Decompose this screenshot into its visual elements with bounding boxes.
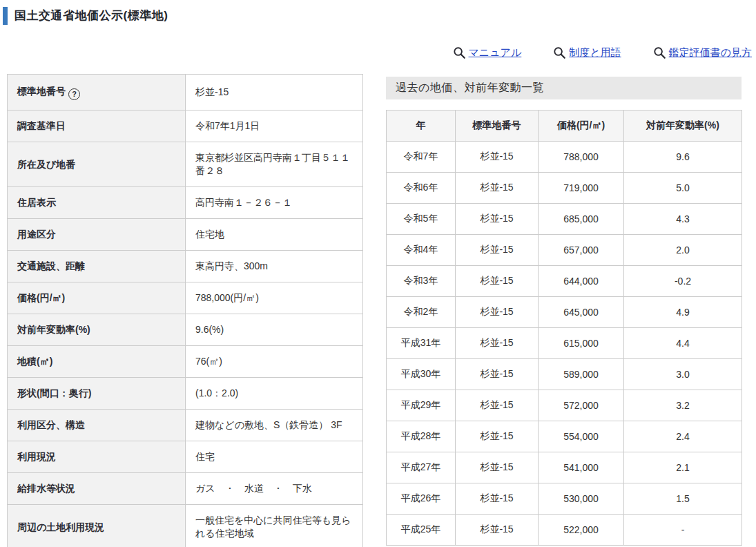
history-cell: 平成31年 [387, 328, 456, 359]
detail-value-cell: ガス ・ 水道 ・ 下水 [186, 473, 363, 505]
detail-row: 住居表示 高円寺南１－２６－１ [8, 187, 363, 219]
history-cell: 杉並-15 [456, 515, 539, 546]
history-cell: 522,000 [539, 515, 624, 546]
detail-label: 地積(㎡) [17, 356, 52, 367]
detail-value-cell: (1.0：2.0) [186, 378, 363, 410]
history-cell: 2.1 [624, 452, 742, 483]
detail-row: 交通施設、距離 東高円寺、300m [8, 251, 363, 282]
history-cell: 平成26年 [387, 483, 456, 515]
detail-value-cell: 東京都杉並区高円寺南１丁目５１１番２８ [186, 142, 363, 187]
detail-value-cell: 76(㎡) [186, 346, 363, 378]
history-cell: -0.2 [624, 266, 742, 297]
history-cell: 5.0 [624, 173, 742, 204]
detail-label: 利用現況 [17, 451, 56, 462]
history-cell: 杉並-15 [456, 297, 539, 328]
detail-label: 住居表示 [17, 197, 56, 208]
history-row: 令和6年杉並-15719,0005.0 [387, 173, 742, 204]
history-header-cell: 年 [387, 111, 456, 142]
history-cell: 杉並-15 [456, 328, 539, 359]
detail-value-cell: 住宅 [186, 441, 363, 473]
magnifier-icon [453, 46, 466, 59]
history-cell: 530,000 [539, 483, 624, 515]
magnifier-icon [653, 46, 666, 59]
land-price-page: 国土交通省地価公示(標準地) マニュアル 制度と用語 鑑定評価書の見方 標準地番… [0, 0, 756, 547]
history-cell: 788,000 [539, 142, 624, 173]
detail-value-cell: 杉並-15 [186, 75, 363, 111]
history-cell: 杉並-15 [456, 483, 539, 515]
history-cell: 4.9 [624, 297, 742, 328]
detail-value-cell: 一般住宅を中心に共同住宅等も見られる住宅地域 [186, 505, 363, 547]
history-row: 平成31年杉並-15615,0004.4 [387, 328, 742, 359]
history-cell: 平成25年 [387, 515, 456, 546]
detail-label-cell: 所在及び地番 [8, 142, 186, 187]
detail-value-cell: 令和7年1月1日 [186, 111, 363, 142]
history-row: 平成26年杉並-15530,0001.5 [387, 483, 742, 515]
history-cell: 3.0 [624, 359, 742, 390]
detail-row: 所在及び地番 東京都杉並区高円寺南１丁目５１１番２８ [8, 142, 363, 187]
history-cell: 平成27年 [387, 452, 456, 483]
history-title-bar: 過去の地価、対前年変動一覧 [386, 77, 742, 99]
history-header-row: 年標準地番号価格(円/㎡)対前年変動率(%) [387, 111, 742, 142]
history-cell: 554,000 [539, 421, 624, 452]
detail-label-cell: 利用区分、構造 [8, 410, 186, 441]
detail-label-cell: 対前年変動率(%) [8, 314, 186, 346]
history-cell: 令和5年 [387, 204, 456, 235]
page-header: 国土交通省地価公示(標準地) [0, 0, 756, 25]
detail-value-cell: 788,000(円/㎡) [186, 282, 363, 314]
history-header-cell: 対前年変動率(%) [624, 111, 742, 142]
detail-value-cell: 高円寺南１－２６－１ [186, 187, 363, 219]
nav-link[interactable]: 鑑定評価書の見方 [653, 46, 752, 59]
history-section: 過去の地価、対前年変動一覧 年標準地番号価格(円/㎡)対前年変動率(%) 令和7… [386, 77, 742, 546]
detail-label-cell: 標準地番号? [8, 75, 186, 111]
detail-row: 対前年変動率(%) 9.6(%) [8, 314, 363, 346]
detail-label-cell: 価格(円/㎡) [8, 282, 186, 314]
history-cell: 572,000 [539, 390, 624, 421]
history-row: 平成29年杉並-15572,0003.2 [387, 390, 742, 421]
history-cell: 1.5 [624, 483, 742, 515]
detail-row: 周辺の土地利用現況 一般住宅を中心に共同住宅等も見られる住宅地域 [8, 505, 363, 547]
detail-value-cell: 9.6(%) [186, 314, 363, 346]
detail-label: 調査基準日 [17, 120, 66, 131]
property-detail-table: 標準地番号? 杉並-15 調査基準日 令和7年1月1日 所在及び地番 東京都杉並… [7, 74, 363, 547]
history-cell: 719,000 [539, 173, 624, 204]
detail-label-cell: 利用現況 [8, 441, 186, 473]
detail-value-cell: 東高円寺、300m [186, 251, 363, 282]
help-icon[interactable]: ? [68, 88, 80, 100]
nav-link[interactable]: マニュアル [453, 46, 522, 59]
nav-link-label: 制度と用語 [569, 46, 621, 59]
history-cell: 657,000 [539, 235, 624, 266]
history-cell: 杉並-15 [456, 235, 539, 266]
history-row: 平成25年杉並-15522,000- [387, 515, 742, 546]
detail-value-cell: 住宅地 [186, 219, 363, 251]
history-cell: 令和6年 [387, 173, 456, 204]
history-row: 平成30年杉並-15589,0003.0 [387, 359, 742, 390]
detail-label: 給排水等状況 [17, 483, 75, 494]
detail-label: 利用区分、構造 [17, 419, 85, 430]
detail-label-cell: 交通施設、距離 [8, 251, 186, 282]
detail-row: 価格(円/㎡) 788,000(円/㎡) [8, 282, 363, 314]
detail-label-cell: 住居表示 [8, 187, 186, 219]
history-header-cell: 標準地番号 [456, 111, 539, 142]
history-row: 令和5年杉並-15685,0004.3 [387, 204, 742, 235]
history-cell: 平成28年 [387, 421, 456, 452]
detail-row: 調査基準日 令和7年1月1日 [8, 111, 363, 142]
history-row: 令和7年杉並-15788,0009.6 [387, 142, 742, 173]
detail-label: 対前年変動率(%) [17, 324, 90, 335]
detail-label-cell: 地積(㎡) [8, 346, 186, 378]
detail-label-cell: 調査基準日 [8, 111, 186, 142]
detail-label: 用途区分 [17, 229, 56, 240]
history-row: 平成27年杉並-15541,0002.1 [387, 452, 742, 483]
history-header-cell: 価格(円/㎡) [539, 111, 624, 142]
history-cell: 杉並-15 [456, 421, 539, 452]
page-title: 国土交通省地価公示(標準地) [3, 7, 756, 25]
detail-label: 標準地番号 [17, 86, 66, 97]
history-cell: 589,000 [539, 359, 624, 390]
detail-label: 形状(間口：奥行) [17, 387, 91, 399]
detail-row: 利用現況 住宅 [8, 441, 363, 473]
detail-label-cell: 周辺の土地利用現況 [8, 505, 186, 547]
history-cell: 杉並-15 [456, 142, 539, 173]
history-tbody: 令和7年杉並-15788,0009.6令和6年杉並-15719,0005.0令和… [387, 142, 742, 546]
nav-link[interactable]: 制度と用語 [553, 46, 621, 59]
detail-row: 利用区分、構造 建物などの敷地、S（鉄骨造） 3F [8, 410, 363, 441]
detail-label-cell: 用途区分 [8, 219, 186, 251]
